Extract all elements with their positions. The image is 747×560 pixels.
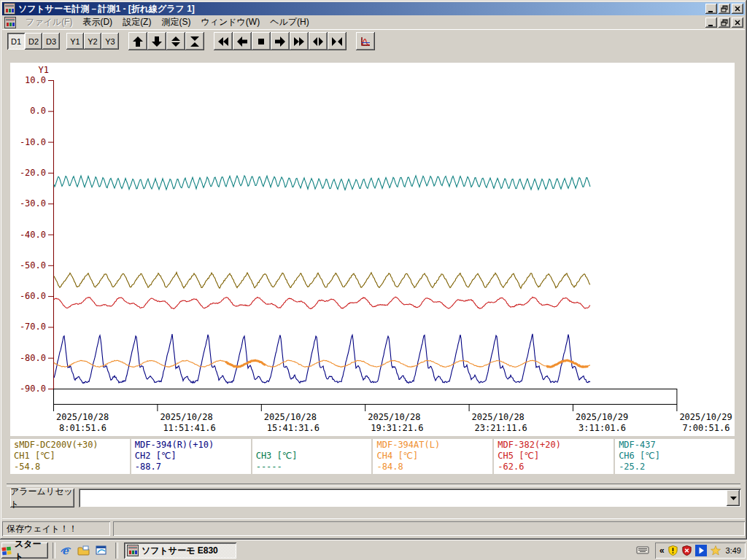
legend-cell-ch6: MDF-437 CH6 [℃] -25.2	[615, 439, 735, 474]
svg-text:10.0: 10.0	[25, 75, 46, 85]
series-alarm-segment-ch4	[225, 360, 266, 367]
channel-name: MDF-437	[619, 440, 731, 451]
quick-launch-internet-explorer[interactable]: e	[58, 543, 73, 558]
child-restore-button[interactable]	[719, 18, 730, 28]
alarm-combobox-dropdown-button[interactable]	[727, 490, 740, 506]
scroll-down-button[interactable]	[147, 32, 166, 50]
step-backward-button[interactable]	[233, 32, 252, 50]
menu-settings[interactable]: 設定(Z)	[117, 15, 156, 30]
show-desktop-icon	[77, 545, 90, 556]
security-alert-shield-icon[interactable]	[681, 545, 692, 556]
svg-text:7:00:51.6: 7:00:51.6	[682, 423, 729, 433]
star-icon[interactable]	[710, 545, 721, 556]
channel-value: -25.2	[619, 462, 731, 472]
taskbar-app-label: ソフトサーモ E830	[142, 545, 218, 557]
line-chart-panel: Y110.00.0-10.0-20.0-30.0-40.0-50.0-60.0-…	[10, 63, 735, 436]
graph-setup-button[interactable]	[356, 32, 375, 50]
series-line-ch5	[54, 297, 590, 308]
menu-file[interactable]: ファイル(F)	[20, 15, 77, 30]
stop-button[interactable]	[252, 32, 271, 50]
close-icon	[733, 4, 742, 13]
svg-text:-70.0: -70.0	[20, 322, 46, 332]
app-icon	[4, 3, 15, 15]
step-forward-button[interactable]	[271, 32, 290, 50]
alarm-reset-button[interactable]: アラームリセット	[10, 489, 74, 508]
tray-chevron[interactable]: «	[659, 545, 665, 556]
quick-launch-outlook-express[interactable]	[93, 543, 108, 558]
svg-text:0.0: 0.0	[30, 106, 46, 116]
close-button[interactable]	[732, 4, 743, 14]
scroll-up-button[interactable]	[128, 32, 147, 50]
menu-measure[interactable]: 測定(S)	[156, 15, 196, 30]
security-warning-shield-icon[interactable]	[667, 545, 678, 556]
restore-button[interactable]	[719, 4, 730, 14]
child-minimize-button[interactable]	[705, 18, 717, 28]
series-line-ch4	[54, 360, 590, 367]
graph-setup-icon	[360, 36, 371, 47]
fast-forward-button[interactable]	[290, 32, 309, 50]
child-close-button[interactable]	[732, 18, 743, 28]
document-icon[interactable]	[4, 17, 16, 28]
compress-vertical-icon	[189, 36, 201, 47]
svg-text:2025/10/28: 2025/10/28	[160, 412, 212, 422]
chart-svg[interactable]: Y110.00.0-10.0-20.0-30.0-40.0-50.0-60.0-…	[10, 63, 735, 436]
divider	[53, 542, 55, 559]
compress-horizontal-button[interactable]	[328, 32, 347, 50]
toolbar-d1-button[interactable]: D1	[7, 33, 25, 50]
minimize-button[interactable]	[705, 4, 717, 14]
alarm-combobox[interactable]	[79, 489, 741, 508]
svg-text:2025/10/28: 2025/10/28	[56, 412, 109, 422]
svg-text:2025/10/28: 2025/10/28	[368, 412, 420, 422]
menu-help[interactable]: ヘルプ(H)	[265, 15, 314, 30]
start-button[interactable]: スタート	[1, 542, 48, 559]
svg-text:2025/10/28: 2025/10/28	[264, 412, 317, 422]
taskbar: スタート e	[0, 540, 747, 560]
compress-vertical-button[interactable]	[185, 32, 204, 50]
expand-horizontal-button[interactable]	[309, 32, 328, 50]
restore-icon	[720, 4, 729, 13]
channel-name: MDF-394AT(L)	[376, 440, 489, 451]
statusbar: 保存ウェイト！！	[2, 518, 745, 537]
outlook-express-icon	[95, 545, 107, 556]
stop-icon	[255, 36, 267, 47]
svg-text:2025/10/28: 2025/10/28	[472, 412, 525, 422]
play-indicator-icon[interactable]	[695, 545, 707, 556]
quick-launch-show-desktop[interactable]	[76, 543, 90, 558]
expand-vertical-button[interactable]	[166, 32, 185, 50]
step-backward-icon	[236, 36, 248, 47]
legend-cell-ch4: MDF-394AT(L) CH4 [℃] -84.8	[373, 439, 492, 474]
svg-text:-60.0: -60.0	[20, 291, 46, 301]
svg-text:-30.0: -30.0	[20, 198, 46, 209]
channel-label: CH4 [℃]	[376, 451, 489, 462]
fast-backward-button[interactable]	[214, 32, 233, 50]
menu-view[interactable]: 表示(D)	[77, 15, 117, 30]
channel-value: -54.8	[14, 462, 126, 472]
menu-window[interactable]: ウィンドウ(W)	[196, 15, 265, 30]
toolbar-d3-button[interactable]: D3	[42, 33, 60, 50]
svg-text:23:21:11.6: 23:21:11.6	[475, 423, 527, 433]
svg-text:3:11:01.6: 3:11:01.6	[578, 423, 626, 433]
fast-backward-icon	[217, 36, 229, 47]
svg-text:8:01:51.6: 8:01:51.6	[59, 423, 107, 433]
channel-legend: sMDF-DC200V(+30) CH1 [℃] -54.8 MDF-394(R…	[10, 439, 735, 474]
toolbar-y3-button[interactable]: Y3	[101, 33, 119, 50]
channel-value: -84.8	[376, 462, 489, 472]
toolbar-y1-button[interactable]: Y1	[66, 33, 84, 50]
svg-text:-20.0: -20.0	[20, 168, 46, 178]
svg-text:-40.0: -40.0	[20, 230, 46, 240]
channel-label: CH2 [℃]	[135, 451, 247, 462]
step-forward-icon	[274, 36, 286, 47]
taskbar-app-button[interactable]: ソフトサーモ E830	[124, 542, 236, 559]
legend-cell-ch5: MDF-382(+20) CH5 [℃] -62.6	[494, 439, 614, 474]
scroll-down-icon	[151, 36, 163, 47]
compress-horizontal-icon	[331, 36, 343, 47]
keyboard-tray-icon[interactable]	[636, 545, 649, 555]
svg-text:-80.0: -80.0	[20, 353, 46, 363]
toolbar-y2-button[interactable]: Y2	[84, 33, 101, 50]
screen: ソフトサーモ計測－計測1 - [折れ線グラフ 1]	[0, 0, 747, 560]
toolbar-d2-button[interactable]: D2	[25, 33, 42, 50]
divider	[115, 542, 118, 559]
restore-icon	[720, 18, 729, 27]
toolbar: D1 D2 D3 Y1 Y2 Y3	[2, 29, 745, 52]
channel-label: CH3 [℃]	[256, 451, 368, 462]
